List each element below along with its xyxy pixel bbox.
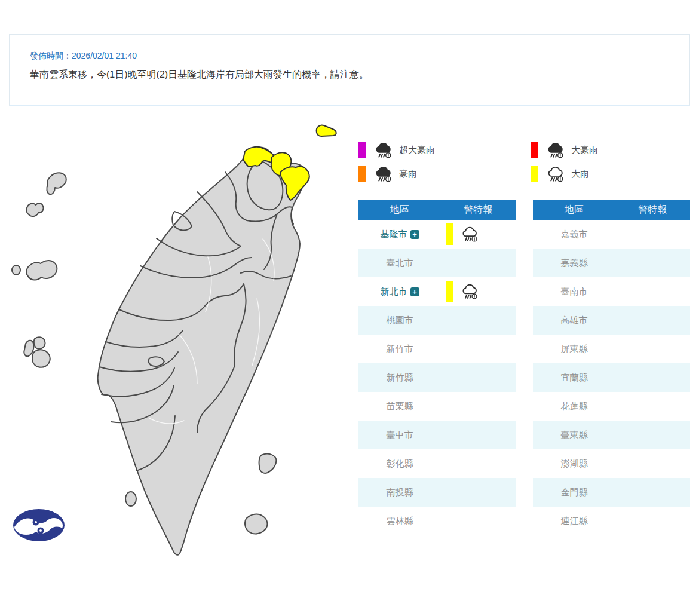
warning-level-bar xyxy=(446,281,453,302)
legend-color-swatch xyxy=(531,166,538,182)
rain-legend: 超大豪雨 大豪雨 豪雨 xyxy=(358,141,699,189)
region-cell: 宜蘭縣 xyxy=(533,372,615,384)
region-cell: 臺東縣 xyxy=(533,430,615,441)
region-name: 花蓮縣 xyxy=(561,401,588,412)
legend-color-swatch xyxy=(358,142,366,158)
region-name: 苗栗縣 xyxy=(387,401,413,412)
region-name: 宜蘭縣 xyxy=(561,372,588,384)
region-cell: 新竹市 xyxy=(358,344,441,355)
table-row: 屏東縣 xyxy=(533,335,690,363)
legend-item: 大豪雨 xyxy=(531,141,693,160)
highlight-islet xyxy=(317,125,336,136)
region-cell: 嘉義市 xyxy=(533,229,615,240)
warning-cell xyxy=(441,281,516,302)
table-row: 嘉義市 xyxy=(533,220,690,249)
legend-color-swatch xyxy=(531,142,538,158)
column-header-region: 地區 xyxy=(533,204,615,216)
region-cell: 臺南市 xyxy=(533,286,615,298)
region-name[interactable]: 新北市 xyxy=(381,286,407,298)
region-name: 新竹縣 xyxy=(387,372,413,384)
column-header-region: 地區 xyxy=(358,204,441,216)
table-row: 花蓮縣 xyxy=(533,392,690,421)
region-name[interactable]: 基隆市 xyxy=(381,229,407,240)
region-cell: 雲林縣 xyxy=(358,516,441,527)
warning-table-east: 地區警特報嘉義市嘉義縣臺南市高雄市屏東縣宜蘭縣花蓮縣臺東縣澎湖縣金門縣連江縣 xyxy=(533,200,690,535)
table-row: 臺南市 xyxy=(533,277,690,306)
table-row: 臺東縣 xyxy=(533,421,690,449)
region-name: 雲林縣 xyxy=(387,516,413,527)
region-cell: 臺北市 xyxy=(358,258,441,269)
column-header-warning: 警特報 xyxy=(441,204,516,216)
region-name: 臺中市 xyxy=(387,430,413,441)
legend-item: 大雨 xyxy=(531,165,693,183)
table-row: 桃園市 xyxy=(358,306,516,335)
region-cell: 南投縣 xyxy=(358,487,441,498)
rain-cloud-icon xyxy=(546,165,565,183)
region-cell: 屏東縣 xyxy=(533,344,615,355)
rain-cloud-icon xyxy=(461,225,479,243)
region-cell: 金門縣 xyxy=(533,487,615,498)
table-row: 臺北市 xyxy=(358,249,516,277)
rain-cloud-icon xyxy=(546,141,565,160)
cwa-logo xyxy=(13,509,65,541)
region-name: 澎湖縣 xyxy=(561,458,588,470)
region-name: 連江縣 xyxy=(561,516,588,527)
table-row: 金門縣 xyxy=(533,478,690,507)
table-row: 嘉義縣 xyxy=(533,249,690,277)
region-name: 臺南市 xyxy=(561,286,588,298)
region-cell: 基隆市+ xyxy=(358,229,441,240)
warning-notice-box: 發佈時間：2026/02/01 21:40 華南雲系東移，今(1日)晚至明(2)… xyxy=(9,34,690,106)
table-row[interactable]: 基隆市+ xyxy=(358,220,516,249)
table-row: 連江縣 xyxy=(533,507,690,535)
region-cell: 新北市+ xyxy=(358,286,441,298)
region-cell: 連江縣 xyxy=(533,516,615,527)
legend-label: 豪雨 xyxy=(399,168,417,180)
region-name: 屏東縣 xyxy=(561,344,588,355)
region-name: 金門縣 xyxy=(561,487,588,498)
region-cell: 彰化縣 xyxy=(358,458,441,470)
warning-level-bar xyxy=(446,223,453,245)
taiwan-map[interactable] xyxy=(0,114,347,562)
table-row[interactable]: 新北市+ xyxy=(358,277,516,306)
warning-description: 華南雲系東移，今(1日)晚至明(2)日基隆北海岸有局部大雨發生的機率，請注意。 xyxy=(30,69,369,81)
region-name: 嘉義縣 xyxy=(561,258,588,269)
region-name: 高雄市 xyxy=(561,315,588,326)
table-row: 澎湖縣 xyxy=(533,449,690,478)
table-row: 新竹縣 xyxy=(358,363,516,392)
warning-cell xyxy=(441,223,516,245)
legend-label: 大豪雨 xyxy=(571,145,598,156)
rain-cloud-icon xyxy=(374,141,393,160)
rain-cloud-icon xyxy=(461,283,479,301)
table-row: 彰化縣 xyxy=(358,449,516,478)
region-name: 南投縣 xyxy=(387,487,413,498)
rain-cloud-icon xyxy=(374,165,393,183)
region-cell: 高雄市 xyxy=(533,315,615,326)
legend-color-swatch xyxy=(358,166,366,182)
table-row: 雲林縣 xyxy=(358,507,516,535)
region-name: 新竹市 xyxy=(387,344,413,355)
column-header-warning: 警特報 xyxy=(615,204,690,216)
table-row: 宜蘭縣 xyxy=(533,363,690,392)
table-row: 苗栗縣 xyxy=(358,392,516,421)
region-name: 桃園市 xyxy=(387,315,413,326)
region-name: 嘉義市 xyxy=(561,229,588,240)
region-name: 臺東縣 xyxy=(561,430,588,441)
expand-plus-icon[interactable]: + xyxy=(410,287,419,296)
region-cell: 苗栗縣 xyxy=(358,401,441,412)
legend-label: 超大豪雨 xyxy=(399,145,435,156)
region-cell: 澎湖縣 xyxy=(533,458,615,470)
table-header: 地區警特報 xyxy=(533,200,690,220)
region-cell: 新竹縣 xyxy=(358,372,441,384)
region-cell: 花蓮縣 xyxy=(533,401,615,412)
table-row: 新竹市 xyxy=(358,335,516,363)
region-cell: 嘉義縣 xyxy=(533,258,615,269)
table-row: 高雄市 xyxy=(533,306,690,335)
region-name: 臺北市 xyxy=(387,258,413,269)
region-cell: 臺中市 xyxy=(358,430,441,441)
legend-item: 超大豪雨 xyxy=(358,141,531,160)
table-row: 南投縣 xyxy=(358,478,516,507)
legend-label: 大雨 xyxy=(571,168,589,180)
region-name: 彰化縣 xyxy=(387,458,413,470)
expand-plus-icon[interactable]: + xyxy=(410,230,419,239)
publish-time: 發佈時間：2026/02/01 21:40 xyxy=(30,51,137,62)
